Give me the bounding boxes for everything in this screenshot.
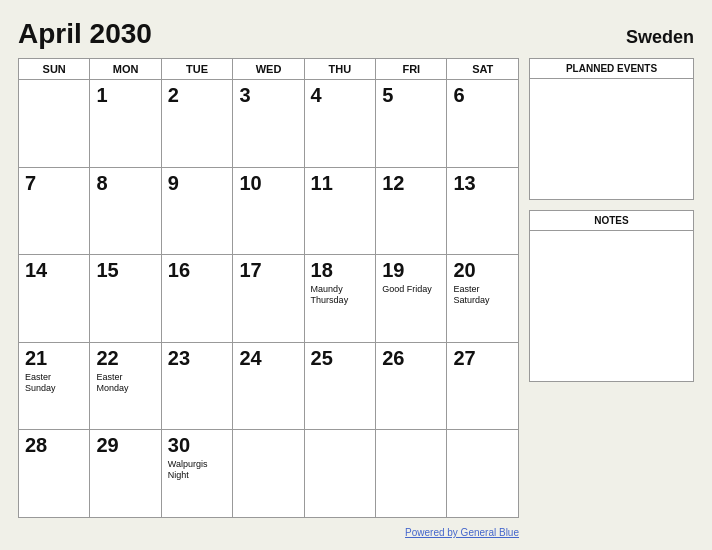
day-number: 29 [96, 434, 154, 457]
day-number: 26 [382, 347, 440, 370]
calendar-cell: 16 [161, 255, 233, 343]
calendar-cell: 1 [90, 80, 161, 168]
calendar-cell: 7 [19, 167, 90, 255]
calendar-cell [304, 430, 376, 518]
calendar-cell: 5 [376, 80, 447, 168]
day-number: 30 [168, 434, 227, 457]
calendar-cell: 29 [90, 430, 161, 518]
weekday-header-tue: TUE [161, 59, 233, 80]
day-number: 1 [96, 84, 154, 107]
planned-events-header: PLANNED EVENTS [530, 59, 693, 79]
day-number: 13 [453, 172, 512, 195]
calendar-cell: 21Easter Sunday [19, 342, 90, 430]
calendar-cell: 2 [161, 80, 233, 168]
calendar-cell: 24 [233, 342, 304, 430]
calendar-cell: 6 [447, 80, 519, 168]
day-number: 5 [382, 84, 440, 107]
planned-events-box: PLANNED EVENTS [529, 58, 694, 200]
day-number: 18 [311, 259, 370, 282]
day-number: 9 [168, 172, 227, 195]
header: April 2030 Sweden [18, 18, 694, 50]
country-label: Sweden [626, 27, 694, 48]
sidebar: PLANNED EVENTS NOTES [529, 58, 694, 518]
day-number: 2 [168, 84, 227, 107]
calendar-week-2: 1415161718Maundy Thursday19Good Friday20… [19, 255, 519, 343]
day-number: 4 [311, 84, 370, 107]
calendar-cell: 10 [233, 167, 304, 255]
day-number: 25 [311, 347, 370, 370]
calendar-cell: 11 [304, 167, 376, 255]
day-number: 12 [382, 172, 440, 195]
calendar-cell: 23 [161, 342, 233, 430]
day-number: 16 [168, 259, 227, 282]
calendar-cell [233, 430, 304, 518]
calendar-cell: 28 [19, 430, 90, 518]
calendar-cell [447, 430, 519, 518]
page-title: April 2030 [18, 18, 152, 50]
event-label: Easter Sunday [25, 372, 83, 394]
day-number: 19 [382, 259, 440, 282]
day-number: 6 [453, 84, 512, 107]
calendar-cell: 17 [233, 255, 304, 343]
calendar-week-4: 282930Walpurgis Night [19, 430, 519, 518]
day-number: 27 [453, 347, 512, 370]
calendar-cell: 9 [161, 167, 233, 255]
day-number: 28 [25, 434, 83, 457]
weekday-header-wed: WED [233, 59, 304, 80]
notes-box: NOTES [529, 210, 694, 382]
weekday-header-sat: SAT [447, 59, 519, 80]
calendar-section: SUNMONTUEWEDTHUFRISAT 123456789101112131… [18, 58, 519, 518]
day-number: 22 [96, 347, 154, 370]
sidebar-gap [529, 200, 694, 210]
notes-content [530, 231, 693, 381]
calendar-week-0: 123456 [19, 80, 519, 168]
notes-header: NOTES [530, 211, 693, 231]
day-number: 20 [453, 259, 512, 282]
day-number: 3 [239, 84, 297, 107]
calendar-cell: 19Good Friday [376, 255, 447, 343]
calendar-cell: 26 [376, 342, 447, 430]
calendar-cell: 14 [19, 255, 90, 343]
calendar-cell: 20Easter Saturday [447, 255, 519, 343]
day-number: 10 [239, 172, 297, 195]
day-number: 11 [311, 172, 370, 195]
calendar-cell: 13 [447, 167, 519, 255]
calendar-week-3: 21Easter Sunday22Easter Monday2324252627 [19, 342, 519, 430]
weekday-header-fri: FRI [376, 59, 447, 80]
powered-by-link[interactable]: Powered by General Blue [405, 527, 519, 538]
day-number: 17 [239, 259, 297, 282]
event-label: Easter Monday [96, 372, 154, 394]
day-number: 8 [96, 172, 154, 195]
footer: Powered by General Blue [18, 522, 694, 540]
day-number: 23 [168, 347, 227, 370]
calendar-cell: 3 [233, 80, 304, 168]
calendar-cell: 4 [304, 80, 376, 168]
planned-events-content [530, 79, 693, 199]
event-label: Walpurgis Night [168, 459, 227, 481]
calendar-cell: 22Easter Monday [90, 342, 161, 430]
calendar-cell [376, 430, 447, 518]
calendar-cell: 25 [304, 342, 376, 430]
calendar-cell: 15 [90, 255, 161, 343]
day-number: 7 [25, 172, 83, 195]
event-label: Easter Saturday [453, 284, 512, 306]
calendar-cell: 27 [447, 342, 519, 430]
calendar-cell: 18Maundy Thursday [304, 255, 376, 343]
calendar-cell: 30Walpurgis Night [161, 430, 233, 518]
calendar-week-1: 78910111213 [19, 167, 519, 255]
event-label: Maundy Thursday [311, 284, 370, 306]
main-content: SUNMONTUEWEDTHUFRISAT 123456789101112131… [18, 58, 694, 518]
calendar-table: SUNMONTUEWEDTHUFRISAT 123456789101112131… [18, 58, 519, 518]
day-number: 21 [25, 347, 83, 370]
event-label: Good Friday [382, 284, 440, 295]
calendar-cell: 12 [376, 167, 447, 255]
day-number: 15 [96, 259, 154, 282]
weekday-header-thu: THU [304, 59, 376, 80]
calendar-cell [19, 80, 90, 168]
page: April 2030 Sweden SUNMONTUEWEDTHUFRISAT … [0, 0, 712, 550]
weekday-header-mon: MON [90, 59, 161, 80]
calendar-cell: 8 [90, 167, 161, 255]
day-number: 14 [25, 259, 83, 282]
weekday-header-sun: SUN [19, 59, 90, 80]
day-number: 24 [239, 347, 297, 370]
